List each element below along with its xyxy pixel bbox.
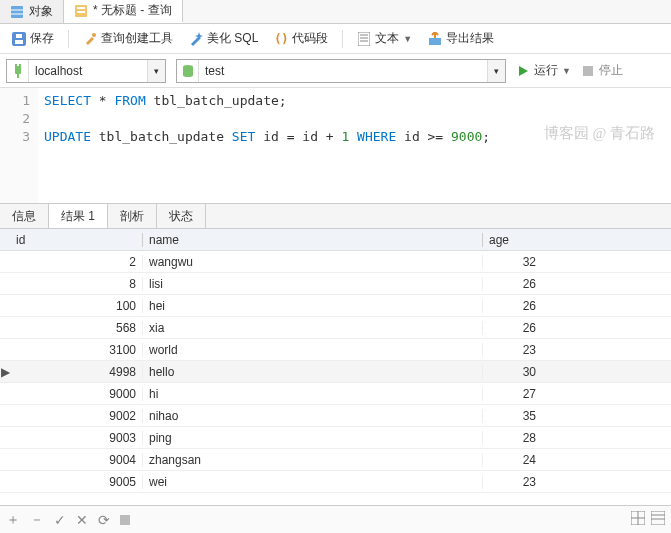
table-row[interactable]: 3100world23 [0, 339, 671, 361]
cell-age[interactable]: 26 [482, 277, 542, 291]
cell-id[interactable]: 9005 [10, 475, 142, 489]
sql-text [349, 129, 357, 144]
cell-id[interactable]: 8 [10, 277, 142, 291]
magic-icon [189, 32, 203, 46]
cell-age[interactable]: 23 [482, 343, 542, 357]
run-button[interactable]: 运行 ▼ [516, 62, 571, 79]
cell-age[interactable]: 23 [482, 475, 542, 489]
sql-keyword: SET [232, 129, 255, 144]
server-combo[interactable]: localhost ▾ [6, 59, 166, 83]
cancel-button[interactable]: ✕ [76, 512, 88, 528]
sql-number: 9000 [451, 129, 482, 144]
tab-profile[interactable]: 剖析 [108, 204, 157, 228]
table-row[interactable]: 9003ping28 [0, 427, 671, 449]
grid-header: id name age [0, 229, 671, 251]
cell-name[interactable]: hello [142, 365, 482, 379]
refresh-button[interactable]: ⟳ [98, 512, 110, 528]
code-snippet-button[interactable]: () 代码段 [268, 27, 334, 50]
table-row[interactable]: 9005wei23 [0, 471, 671, 493]
cell-age[interactable]: 35 [482, 409, 542, 423]
tab-status[interactable]: 状态 [157, 204, 206, 228]
tab-query[interactable]: * 无标题 - 查询 [64, 0, 183, 23]
cell-id[interactable]: 568 [10, 321, 142, 335]
tab-objects[interactable]: 对象 [0, 0, 64, 23]
cell-id[interactable]: 3100 [10, 343, 142, 357]
table-row[interactable]: 568xia26 [0, 317, 671, 339]
cell-age[interactable]: 30 [482, 365, 542, 379]
svg-rect-5 [77, 11, 85, 13]
chevron-down-icon[interactable]: ▾ [487, 60, 505, 82]
cell-age[interactable]: 27 [482, 387, 542, 401]
tab-result-1[interactable]: 结果 1 [49, 203, 108, 228]
column-header-age[interactable]: age [482, 233, 542, 247]
add-row-button[interactable]: ＋ [6, 511, 20, 529]
cell-id[interactable]: 2 [10, 255, 142, 269]
cell-name[interactable]: wangwu [142, 255, 482, 269]
cell-name[interactable]: wei [142, 475, 482, 489]
sql-text: * [91, 93, 114, 108]
cell-age[interactable]: 26 [482, 299, 542, 313]
database-combo[interactable]: test ▾ [176, 59, 506, 83]
cell-id[interactable]: 9003 [10, 431, 142, 445]
column-header-id[interactable]: id [10, 233, 142, 247]
cell-name[interactable]: lisi [142, 277, 482, 291]
connection-bar: localhost ▾ test ▾ 运行 ▼ 停止 [0, 54, 671, 88]
sql-keyword: UPDATE [44, 129, 91, 144]
plug-icon [7, 60, 29, 82]
stop-refresh-button[interactable] [120, 512, 130, 528]
stop-icon [581, 64, 595, 78]
cell-name[interactable]: ping [142, 431, 482, 445]
query-builder-button[interactable]: 查询创建工具 [77, 27, 179, 50]
table-row[interactable]: 2wangwu32 [0, 251, 671, 273]
cell-age[interactable]: 32 [482, 255, 542, 269]
cell-id[interactable]: 9004 [10, 453, 142, 467]
cell-name[interactable]: world [142, 343, 482, 357]
result-grid: id name age 2wangwu328lisi26100hei26568x… [0, 229, 671, 493]
sql-keyword: SELECT [44, 93, 91, 108]
cell-id[interactable]: 9002 [10, 409, 142, 423]
export-button[interactable]: 导出结果 [422, 27, 500, 50]
grid-view-button[interactable] [631, 511, 645, 528]
table-row[interactable]: 100hei26 [0, 295, 671, 317]
column-header-name[interactable]: name [142, 233, 482, 247]
code-area[interactable]: SELECT * FROM tbl_batch_update; UPDATE t… [38, 88, 671, 203]
cell-age[interactable]: 28 [482, 431, 542, 445]
play-icon [516, 64, 530, 78]
cell-id[interactable]: 4998 [10, 365, 142, 379]
sql-text: ; [482, 129, 490, 144]
cell-name[interactable]: hi [142, 387, 482, 401]
line-number: 1 [0, 92, 30, 110]
sql-text: tbl_batch_update [91, 129, 232, 144]
cell-name[interactable]: zhangsan [142, 453, 482, 467]
row-marker: ▶ [0, 365, 10, 379]
text-button[interactable]: 文本 ▼ [351, 27, 418, 50]
cell-name[interactable]: hei [142, 299, 482, 313]
cell-id[interactable]: 9000 [10, 387, 142, 401]
cell-id[interactable]: 100 [10, 299, 142, 313]
cell-name[interactable]: nihao [142, 409, 482, 423]
table-row[interactable]: 9004zhangsan24 [0, 449, 671, 471]
cell-age[interactable]: 26 [482, 321, 542, 335]
table-row[interactable]: 8lisi26 [0, 273, 671, 295]
table-row[interactable]: 9002nihao35 [0, 405, 671, 427]
text-label: 文本 [375, 30, 399, 47]
delete-row-button[interactable]: － [30, 511, 44, 529]
save-button[interactable]: 保存 [6, 27, 60, 50]
tab-info[interactable]: 信息 [0, 204, 49, 228]
sql-keyword: FROM [114, 93, 145, 108]
svg-rect-0 [11, 6, 23, 18]
tab-status-label: 状态 [169, 208, 193, 225]
chevron-down-icon[interactable]: ▾ [147, 60, 165, 82]
svg-rect-8 [16, 34, 22, 38]
sql-editor[interactable]: 1 2 3 SELECT * FROM tbl_batch_update; UP… [0, 88, 671, 203]
save-icon [12, 32, 26, 46]
cell-name[interactable]: xia [142, 321, 482, 335]
apply-button[interactable]: ✓ [54, 512, 66, 528]
cell-age[interactable]: 24 [482, 453, 542, 467]
table-row[interactable]: ▶4998hello30 [0, 361, 671, 383]
line-number: 2 [0, 110, 30, 128]
chevron-down-icon[interactable]: ▼ [562, 66, 571, 76]
table-row[interactable]: 9000hi27 [0, 383, 671, 405]
beautify-sql-button[interactable]: 美化 SQL [183, 27, 264, 50]
form-view-button[interactable] [651, 511, 665, 528]
